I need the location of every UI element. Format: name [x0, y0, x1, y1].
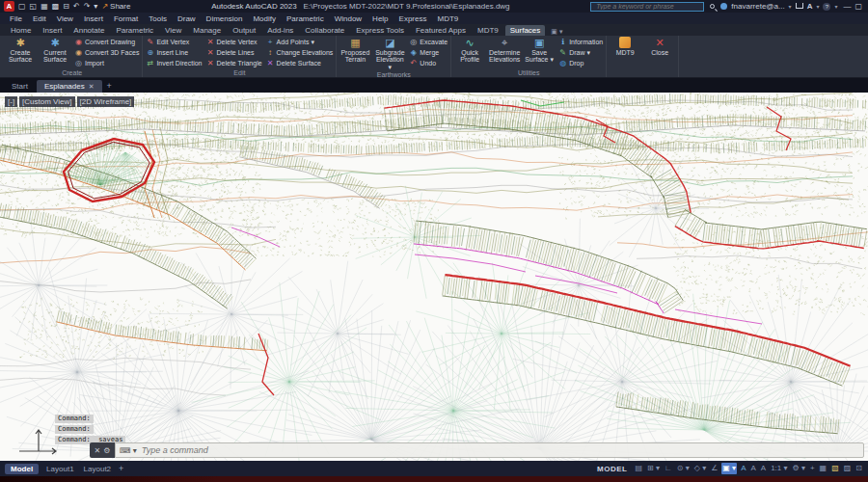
signed-in-user[interactable]: fnavarrete@a...	[731, 2, 784, 11]
close-tab-icon[interactable]: ✕	[89, 83, 95, 91]
annotation-autoscale-icon[interactable]: A	[749, 463, 756, 474]
ribbon-button-excavate[interactable]: ◎Excavate	[409, 38, 448, 47]
ribbon-button-drop[interactable]: ◍Drop	[558, 59, 603, 68]
ribbon-button-delete-lines[interactable]: ✕Delete Lines	[206, 48, 262, 58]
ribbon-button-delete-surface[interactable]: ✕Delete Surface	[266, 59, 334, 68]
isolate-objects-icon[interactable]: ▨	[843, 463, 853, 474]
user-dropdown-icon[interactable]: ▾	[789, 3, 792, 10]
isometric-drafting-icon[interactable]: ◇ ▾	[693, 463, 707, 474]
open-file-icon[interactable]: ◱	[30, 2, 38, 11]
help-icon[interactable]: ?	[823, 3, 830, 11]
ribbon-button-quick-profile[interactable]: ∿Quick Profile	[454, 37, 485, 64]
undo-icon[interactable]: ↶	[73, 2, 80, 11]
plot-icon[interactable]: ⊟	[63, 2, 69, 11]
ribbon-button-edit-vertex[interactable]: ✎Edit Vertex	[146, 38, 202, 47]
ribbon-button-draw[interactable]: ✎Draw ▾	[558, 48, 603, 58]
minimize-icon[interactable]: —	[841, 2, 853, 11]
app-store-cart-icon[interactable]	[796, 3, 803, 9]
layout-tab-layout1[interactable]: Layout1	[44, 464, 75, 474]
menu-view[interactable]: View	[57, 14, 73, 23]
tab-mdt9[interactable]: MDT9	[473, 25, 503, 36]
menu-parametric[interactable]: Parametric	[286, 14, 324, 23]
workspace-switching-icon[interactable]: ⚙ ▾	[792, 463, 806, 474]
tab-featured-apps[interactable]: Featured Apps	[411, 25, 471, 36]
search-input[interactable]	[594, 2, 700, 11]
menu-dimension[interactable]: Dimension	[206, 14, 243, 23]
layout-tab-layout2[interactable]: Layout2	[82, 464, 113, 474]
polar-tracking-icon[interactable]: ⊙ ▾	[676, 463, 691, 474]
command-line[interactable]: ✕ ⚙ ⌨ ▾	[90, 442, 864, 458]
tab-manage[interactable]: Manage	[188, 25, 226, 36]
redo-icon[interactable]: ↷	[84, 2, 91, 11]
ribbon-button-mdt9[interactable]: MDT9	[610, 37, 640, 56]
tab-output[interactable]: Output	[228, 25, 260, 36]
menu-mdt9[interactable]: MDT9	[437, 14, 458, 23]
new-layout-button[interactable]: +	[119, 464, 123, 473]
command-close-icon[interactable]: ✕	[95, 446, 101, 455]
new-file-tab-button[interactable]: +	[103, 79, 116, 93]
ribbon-button-information[interactable]: ℹInformation	[558, 38, 603, 47]
graphics-performance-icon[interactable]: ▧	[830, 463, 840, 474]
ribbon-button-create-surface[interactable]: ✱Create Surface	[5, 37, 36, 64]
tab-surfaces[interactable]: Surfaces	[505, 25, 546, 36]
ribbon-button-convert-drawing[interactable]: ◉Convert Drawing	[74, 38, 139, 47]
annotation-visibility-icon[interactable]: A	[740, 463, 746, 474]
ribbon-button-delete-triangle[interactable]: ✕Delete Triangle	[206, 59, 262, 68]
annotation-scale-icon[interactable]: A	[760, 463, 767, 474]
menu-modify[interactable]: Modify	[253, 14, 276, 23]
menu-edit[interactable]: Edit	[33, 14, 46, 23]
ribbon-button-delete-vertex[interactable]: ✕Delete Vertex	[206, 38, 262, 47]
save-icon[interactable]: ▦	[41, 2, 48, 11]
tab-add-ins[interactable]: Add-ins	[262, 25, 298, 36]
tab-home[interactable]: Home	[6, 25, 36, 36]
command-input-area[interactable]: ⌨ ▾	[115, 442, 864, 458]
ribbon-button-merge[interactable]: ◈Merge	[409, 48, 448, 58]
ribbon-button-invert-direction[interactable]: ⇄Invert Direction	[146, 59, 202, 68]
viewport-control-0[interactable]: [-]	[5, 96, 17, 107]
tab-collaborate[interactable]: Collaborate	[300, 25, 349, 36]
ribbon-button-undo[interactable]: ↶Undo	[409, 59, 448, 68]
object-snap-icon[interactable]: ▣ ▾	[721, 463, 737, 474]
layout-tab-model[interactable]: Model	[5, 464, 39, 474]
menu-draw[interactable]: Draw	[177, 14, 196, 23]
ribbon-button-import[interactable]: ◎Import	[74, 59, 139, 68]
command-input[interactable]	[140, 444, 859, 456]
file-tab-start[interactable]: Start	[4, 80, 36, 93]
a-dropdown-icon[interactable]: ▾	[816, 3, 819, 10]
search-icon[interactable]	[710, 4, 715, 9]
model-space-label[interactable]: MODEL	[597, 465, 627, 473]
menu-express[interactable]: Express	[399, 14, 427, 23]
menu-insert[interactable]: Insert	[84, 14, 103, 23]
menu-format[interactable]: Format	[114, 14, 138, 23]
tab-express-tools[interactable]: Express Tools	[351, 25, 409, 36]
ribbon-button-change-elevations[interactable]: ↕Change Elevations	[266, 48, 334, 58]
help-dropdown-icon[interactable]: ▾	[834, 3, 837, 10]
autodesk-a-menu[interactable]: A	[807, 2, 813, 11]
menu-help[interactable]: Help	[372, 14, 388, 23]
share-button[interactable]: ↗ Share	[101, 2, 130, 11]
viewport-control-1[interactable]: [Custom View]	[19, 96, 74, 107]
units-icon[interactable]: ▦	[819, 463, 828, 474]
ribbon-button-convert-3d-faces[interactable]: ◉Convert 3D Faces	[74, 48, 139, 58]
save-as-icon[interactable]: ▩	[52, 2, 60, 11]
ribbon-button-subgrade-elevation[interactable]: ◪Subgrade Elevation ▾	[374, 37, 405, 70]
file-tab-esplanades[interactable]: Esplanades✕	[37, 80, 102, 93]
ribbon-button-close[interactable]: ✕Close	[644, 37, 675, 56]
grid-icon[interactable]: ⊞ ▾	[646, 463, 661, 474]
tab-annotate[interactable]: Annotate	[68, 25, 109, 36]
tab-view[interactable]: View	[160, 25, 186, 36]
clean-screen-icon[interactable]: ⊡	[854, 463, 863, 474]
new-file-icon[interactable]: ▢	[18, 2, 26, 11]
search-box[interactable]	[590, 2, 704, 12]
command-keyboard-icon[interactable]: ⌨ ▾	[120, 446, 137, 455]
customization-icon[interactable]: +	[809, 463, 816, 474]
command-customize-icon[interactable]: ⚙	[103, 446, 110, 455]
viewport-control-2[interactable]: [2D Wireframe]	[77, 96, 135, 107]
ortho-icon[interactable]: ∟	[664, 463, 673, 474]
drawing-canvas[interactable]: [-][Custom View][2D Wireframe] Command:C…	[0, 93, 868, 461]
ribbon-display-toggle-icon[interactable]: ▣ ▾	[547, 28, 562, 36]
user-avatar[interactable]	[720, 3, 727, 10]
ribbon-button-add-points[interactable]: +Add Points ▾	[266, 38, 334, 47]
ribbon-button-current-surface[interactable]: ✱Current Surface	[40, 37, 70, 64]
menu-file[interactable]: File	[10, 14, 22, 23]
